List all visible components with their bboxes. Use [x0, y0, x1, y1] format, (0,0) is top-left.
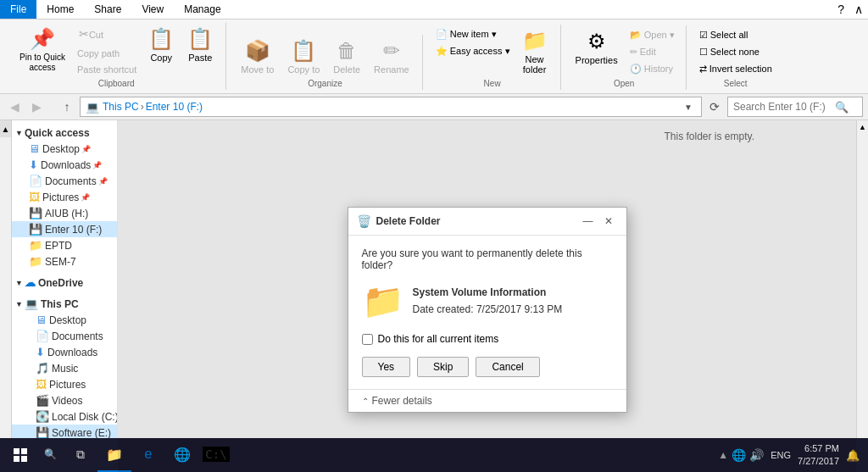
- paste-button[interactable]: 📋 Paste: [181, 25, 219, 65]
- new-item-label: 📄 New item ▾: [436, 29, 497, 40]
- dialog-footer[interactable]: ⌃ Fewer details: [348, 389, 626, 412]
- rename-button[interactable]: ✏ Rename: [368, 36, 415, 77]
- quick-access-label: Quick access: [25, 127, 90, 139]
- nav-pictures-pc-label: Pictures: [49, 379, 86, 391]
- start-button[interactable]: [3, 438, 37, 472]
- move-label: Move to: [241, 64, 274, 75]
- dialog-title-text: Delete Folder: [376, 215, 574, 227]
- select-none-button[interactable]: ☐ Select none: [695, 44, 764, 60]
- search-box: 🔍: [727, 97, 863, 117]
- desktop-folder-icon: 🖥: [29, 142, 40, 155]
- address-dropdown-button[interactable]: ▼: [681, 97, 696, 116]
- cancel-button[interactable]: Cancel: [476, 357, 539, 377]
- onedrive-header[interactable]: ▼ ☁ OneDrive: [12, 273, 117, 291]
- nav-item-downloads-pc[interactable]: ⬇ Downloads: [12, 344, 117, 360]
- nav-item-desktop-quick[interactable]: 🖥 Desktop 📌: [12, 141, 117, 157]
- move-to-button[interactable]: 📦 Move to: [235, 36, 280, 77]
- select-all-button[interactable]: ☑ Select all: [695, 27, 753, 43]
- copy-label: Copy: [150, 53, 172, 63]
- search-button[interactable]: 🔍: [37, 438, 64, 472]
- this-pc-icon: 💻: [25, 297, 38, 310]
- dialog-file-row: 📁 System Volume Information Date created…: [362, 281, 613, 321]
- nav-item-pictures-quick[interactable]: 🖼 Pictures 📌: [12, 189, 117, 205]
- quick-access-header[interactable]: ▼ Quick access: [12, 124, 117, 141]
- tab-home[interactable]: Home: [36, 0, 84, 19]
- aiub-drive-icon: 💾: [29, 207, 42, 219]
- history-button[interactable]: 🕐 History: [626, 61, 679, 77]
- nav-item-downloads-quick[interactable]: ⬇ Downloads 📌: [12, 157, 117, 173]
- nav-item-localdisk-c[interactable]: 💽 Local Disk (C:): [12, 408, 117, 425]
- nav-eptd-label: EPTD: [45, 240, 72, 252]
- open-buttons: ⚙ Properties 📂 Open ▾ ✏ Edit 🕐 History: [570, 27, 679, 77]
- cut-button[interactable]: ✂ Cut: [73, 25, 141, 45]
- skip-button[interactable]: Skip: [417, 357, 469, 377]
- paste-icon: 📋: [187, 27, 213, 51]
- dialog-checkbox-row: Do this for all current items: [362, 333, 613, 345]
- music-icon: 🎵: [36, 362, 49, 375]
- dialog-close-button[interactable]: ✕: [599, 213, 618, 230]
- this-pc-header[interactable]: ▼ 💻 This PC: [12, 294, 117, 312]
- nav-scroll-up[interactable]: ▲: [0, 120, 11, 137]
- dialog-minimize-button[interactable]: —: [579, 213, 598, 230]
- nav-item-sem7[interactable]: 📁 SEM-7: [12, 253, 117, 269]
- pin-icon: 📌: [30, 27, 55, 51]
- ribbon-content: 📌 Pin to Quickaccess ✂ Cut Copy path Pas…: [0, 19, 868, 93]
- tab-file[interactable]: File: [0, 0, 36, 19]
- organize-buttons: 📦 Move to 📋 Copy to 🗑 Delete ✏ Rename: [235, 36, 415, 77]
- refresh-button[interactable]: ⟳: [705, 97, 724, 116]
- properties-icon: ⚙: [587, 30, 606, 53]
- properties-button[interactable]: ⚙ Properties: [570, 27, 624, 68]
- yes-button[interactable]: Yes: [362, 357, 411, 377]
- copy-path-button[interactable]: Copy path: [73, 46, 141, 61]
- minimize-ribbon-btn[interactable]: ∧: [849, 0, 868, 19]
- paste-shortcut-button[interactable]: Paste shortcut: [73, 62, 141, 77]
- copy-button[interactable]: 📋 Copy: [142, 25, 180, 65]
- nav-item-desktop-pc[interactable]: 🖥 Desktop: [12, 312, 117, 328]
- fewer-details-arrow: ⌃: [362, 397, 369, 406]
- pin-to-quick-access-button[interactable]: 📌 Pin to Quickaccess: [14, 25, 71, 75]
- back-button[interactable]: ◀: [5, 97, 24, 116]
- nav-item-music-pc[interactable]: 🎵 Music: [12, 360, 117, 376]
- nav-software-e-label: Software (E:): [52, 427, 111, 439]
- nav-item-videos-pc[interactable]: 🎬 Videos: [12, 392, 117, 408]
- do-this-checkbox[interactable]: [362, 334, 373, 345]
- up-button[interactable]: ↑: [58, 97, 76, 116]
- dialog-file-icon: 📁: [362, 281, 404, 321]
- eptd-folder-icon: 📁: [29, 239, 42, 252]
- new-item-button[interactable]: 📄 New item ▾: [431, 26, 515, 42]
- invert-selection-button[interactable]: ⇄ Invert selection: [695, 61, 776, 77]
- easy-access-button[interactable]: ⭐ Easy access ▾: [431, 43, 515, 59]
- search-icon[interactable]: 🔍: [835, 101, 849, 114]
- dialog-controls: — ✕: [579, 213, 618, 230]
- enter10-drive-icon: 💾: [29, 223, 42, 236]
- tab-view[interactable]: View: [131, 0, 174, 19]
- address-bar: ◀ ▶ ↑ 💻 This PC › Enter 10 (F:) ▼ ⟳ 🔍: [0, 94, 868, 120]
- address-box[interactable]: 💻 This PC › Enter 10 (F:) ▼: [80, 97, 702, 117]
- nav-item-pictures-pc[interactable]: 🖼 Pictures: [12, 376, 117, 392]
- task-view-button[interactable]: ⧉: [64, 438, 97, 472]
- forward-button[interactable]: ▶: [27, 97, 46, 116]
- breadcrumb-enter10[interactable]: Enter 10 (F:): [146, 101, 203, 113]
- search-input[interactable]: [733, 101, 835, 113]
- tab-manage[interactable]: Manage: [174, 0, 231, 19]
- content-scroll[interactable]: ▲ ▼: [856, 120, 868, 472]
- scroll-up-btn[interactable]: ▲: [857, 120, 868, 134]
- pin-badge: 📌: [81, 145, 91, 153]
- computer-icon: 💻: [86, 101, 99, 114]
- delete-button[interactable]: 🗑 Delete: [327, 36, 366, 77]
- nav-item-aiub[interactable]: 💾 AIUB (H:): [12, 205, 117, 221]
- organize-group: 📦 Move to 📋 Copy to 🗑 Delete ✏ Rename Or…: [228, 35, 422, 90]
- nav-item-documents-quick[interactable]: 📄 Documents 📌: [12, 173, 117, 189]
- nav-item-enter10-quick[interactable]: 💾 Enter 10 (F:): [12, 221, 117, 237]
- nav-documents-label: Documents: [45, 175, 97, 187]
- open-button[interactable]: 📂 Open ▾: [626, 27, 679, 43]
- new-folder-button[interactable]: 📁 Newfolder: [516, 26, 554, 77]
- edit-button[interactable]: ✏ Edit: [626, 44, 679, 60]
- nav-item-eptd[interactable]: 📁 EPTD: [12, 237, 117, 253]
- breadcrumb-this-pc[interactable]: This PC: [103, 101, 139, 113]
- nav-item-documents-pc[interactable]: 📄 Documents: [12, 328, 117, 344]
- tab-share[interactable]: Share: [84, 0, 131, 19]
- copy-to-button[interactable]: 📋 Copy to: [281, 36, 326, 77]
- help-btn[interactable]: ?: [832, 0, 849, 19]
- ribbon-tab-bar: File Home Share View Manage ? ∧: [0, 0, 868, 19]
